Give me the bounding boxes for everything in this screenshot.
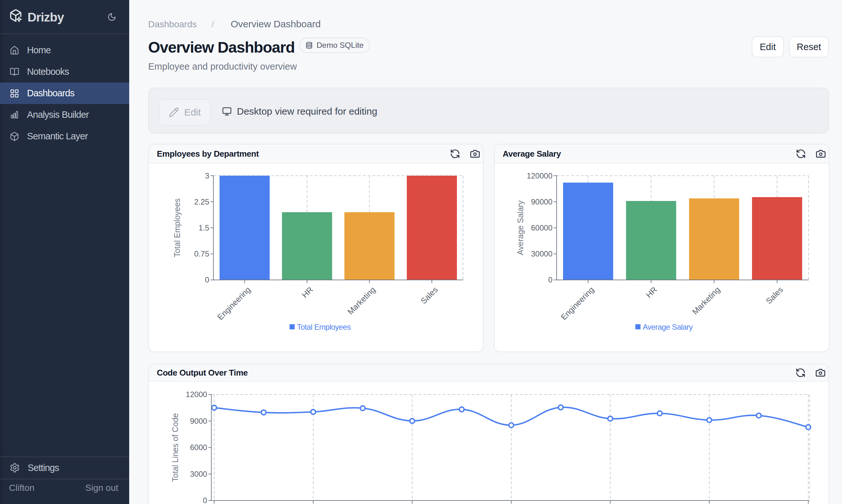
svg-text:HR: HR [300,285,315,300]
svg-text:Engineering: Engineering [559,285,596,322]
svg-text:1.5: 1.5 [199,223,209,232]
svg-text:6000: 6000 [190,443,207,452]
svg-text:0.75: 0.75 [194,249,209,258]
svg-text:90000: 90000 [531,197,552,206]
svg-text:0: 0 [548,275,552,284]
svg-text:Sales: Sales [419,285,439,306]
svg-text:2024-05: 2024-05 [391,503,418,504]
svg-text:9000: 9000 [190,417,207,425]
svg-text:2024-07: 2024-07 [489,503,517,504]
svg-text:0: 0 [205,275,209,284]
svg-text:2024-09: 2024-09 [588,503,616,504]
svg-text:60000: 60000 [531,223,552,232]
svg-text:Average Salary: Average Salary [516,200,525,255]
svg-text:12000: 12000 [186,390,207,399]
svg-text:2024-03: 2024-03 [291,503,319,504]
svg-text:30000: 30000 [531,249,552,258]
svg-text:HR: HR [644,285,658,300]
svg-text:3: 3 [205,172,209,180]
svg-text:Marketing: Marketing [346,285,377,316]
svg-text:Total Employees: Total Employees [173,198,182,257]
svg-text:Engineering: Engineering [216,285,252,322]
svg-text:120000: 120000 [527,172,552,180]
svg-text:2025-01: 2025-01 [786,503,814,504]
svg-text:Total Lines of Code: Total Lines of Code [171,413,179,482]
svg-text:0: 0 [203,496,207,504]
svg-text:2.25: 2.25 [194,197,209,206]
svg-text:Marketing: Marketing [690,285,721,316]
svg-text:2024-11: 2024-11 [688,503,715,504]
svg-text:Average Salary: Average Salary [643,323,693,331]
svg-text:Total Employees: Total Employees [297,323,351,331]
svg-text:3000: 3000 [190,470,207,478]
svg-text:Sales: Sales [764,285,785,306]
